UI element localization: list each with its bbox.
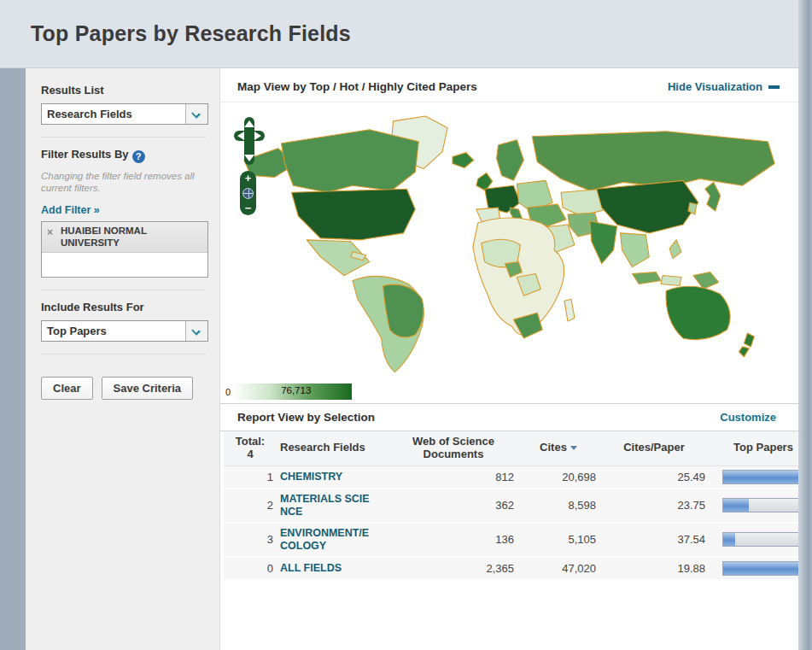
include-results-value: Top Papers bbox=[42, 321, 185, 341]
total-header: Total: 4 bbox=[224, 431, 277, 466]
research-field-link[interactable]: ALL FIELDS bbox=[280, 562, 376, 575]
page-title: Top Papers by Research Fields bbox=[31, 21, 351, 46]
legend-min-value: 0 bbox=[225, 387, 231, 397]
help-icon[interactable]: ? bbox=[132, 150, 145, 163]
row-field: ENVIRONMENT/ECOLOGY bbox=[277, 523, 389, 557]
report-table-header-row: Total: 4 Research Fields Web of Science … bbox=[224, 431, 812, 466]
zoom-in-icon[interactable]: + bbox=[245, 173, 252, 184]
filter-chip-label: HUAIBEI NORMAL UNIVERSITY bbox=[61, 225, 147, 248]
globe-reset-icon[interactable] bbox=[242, 188, 254, 199]
map-view-title: Map View by Top / Hot / Highly Cited Pap… bbox=[237, 80, 477, 93]
cites-per-paper-header: Cites/Paper bbox=[599, 431, 709, 466]
research-field-link[interactable]: MATERIALS SCIENCE bbox=[280, 493, 376, 518]
clear-button[interactable]: Clear bbox=[41, 377, 93, 400]
sidebar-buttons: Clear Save Criteria bbox=[41, 365, 206, 400]
filter-section: Filter Results By? Changing the filter f… bbox=[41, 148, 206, 290]
row-rank: 2 bbox=[224, 489, 277, 523]
cites-sort-header[interactable]: Cites bbox=[517, 431, 599, 466]
map-area: + − 0 76,713 bbox=[220, 102, 798, 403]
row-cites-per-paper: 37.54 bbox=[599, 523, 709, 557]
row-docs: 136 bbox=[389, 523, 517, 557]
map-view-header: Map View by Top / Hot / Highly Cited Pap… bbox=[220, 68, 798, 102]
page-header: Top Papers by Research Fields bbox=[0, 0, 812, 68]
include-results-dropdown[interactable]: Top Papers bbox=[41, 320, 208, 342]
results-list-section: Results List Research Fields bbox=[41, 84, 206, 138]
chevron-down-icon[interactable] bbox=[185, 104, 207, 124]
row-rank: 0 bbox=[224, 557, 277, 580]
filter-label-text: Filter Results By bbox=[41, 148, 129, 161]
filter-chip: × HUAIBEI NORMAL UNIVERSITY bbox=[42, 222, 207, 254]
include-results-section: Include Results For Top Papers bbox=[41, 301, 206, 354]
chevron-down-icon[interactable] bbox=[185, 321, 207, 341]
top-papers-bar-fill bbox=[723, 533, 735, 546]
row-cites: 47,020 bbox=[517, 557, 599, 580]
report-table: Total: 4 Research Fields Web of Science … bbox=[224, 431, 812, 581]
row-cites-per-paper: 25.49 bbox=[599, 466, 709, 489]
row-cites: 5,105 bbox=[517, 523, 599, 557]
row-top-papers: 52 bbox=[709, 557, 812, 580]
row-cites: 20,698 bbox=[517, 466, 599, 489]
legend-gradient-bar: 76,713 bbox=[234, 384, 352, 400]
row-rank: 1 bbox=[224, 466, 277, 489]
row-top-papers: 7 bbox=[709, 489, 812, 523]
row-top-papers: 3 bbox=[709, 523, 812, 557]
map-pan-control[interactable] bbox=[232, 116, 266, 166]
top-papers-bar-fill bbox=[723, 499, 749, 512]
table-row: 0ALL FIELDS2,36547,02019.8852 bbox=[224, 557, 812, 580]
map-zoom-control[interactable]: + − bbox=[240, 171, 256, 215]
row-cites-per-paper: 19.88 bbox=[599, 557, 709, 580]
wos-documents-header: Web of Science Documents bbox=[389, 431, 517, 466]
row-docs: 362 bbox=[389, 489, 517, 523]
top-papers-header: Top Papers bbox=[709, 431, 812, 466]
row-field: ALL FIELDS bbox=[277, 557, 389, 580]
hide-visualization-label: Hide Visualization bbox=[668, 80, 762, 93]
results-list-value: Research Fields bbox=[42, 104, 185, 124]
table-row: 1CHEMISTRY81220,69825.4924 bbox=[224, 466, 812, 489]
row-rank: 3 bbox=[224, 523, 277, 557]
row-cites: 8,598 bbox=[517, 489, 599, 523]
row-top-papers: 24 bbox=[709, 466, 812, 489]
hide-visualization-link[interactable]: Hide Visualization bbox=[668, 80, 780, 93]
sort-caret-icon bbox=[570, 446, 577, 450]
filter-note: Changing the filter field removes all cu… bbox=[41, 170, 203, 195]
page: Top Papers by Research Fields Results Li… bbox=[0, 0, 812, 650]
cites-header-label: Cites bbox=[540, 441, 567, 454]
row-field: MATERIALS SCIENCE bbox=[277, 489, 389, 523]
table-row: 3ENVIRONMENT/ECOLOGY1365,10537.543 bbox=[224, 523, 812, 557]
customize-link[interactable]: Customize bbox=[720, 411, 776, 424]
report-view-title: Report View by Selection bbox=[237, 411, 375, 424]
remove-filter-icon[interactable]: × bbox=[47, 226, 53, 238]
research-field-link[interactable]: CHEMISTRY bbox=[280, 471, 376, 483]
row-cites-per-paper: 23.75 bbox=[599, 489, 709, 523]
row-docs: 2,365 bbox=[389, 557, 517, 580]
legend-max-value: 76,713 bbox=[281, 385, 311, 395]
content: Results List Research Fields Filter Resu… bbox=[26, 68, 798, 650]
collapse-minus-icon bbox=[768, 85, 780, 89]
map-legend: 0 76,713 bbox=[225, 384, 352, 400]
zoom-out-icon[interactable]: − bbox=[245, 202, 252, 214]
filter-label: Filter Results By? bbox=[41, 148, 206, 163]
add-filter-link[interactable]: Add Filter » bbox=[41, 204, 100, 216]
report-view-header: Report View by Selection Customize bbox=[220, 403, 798, 431]
results-list-dropdown[interactable]: Research Fields bbox=[41, 103, 208, 125]
row-docs: 812 bbox=[389, 466, 517, 489]
total-count: 4 bbox=[227, 448, 273, 461]
sidebar: Results List Research Fields Filter Resu… bbox=[26, 68, 220, 650]
total-label: Total: bbox=[227, 436, 273, 448]
row-field: CHEMISTRY bbox=[277, 466, 389, 489]
table-row: 2MATERIALS SCIENCE3628,59823.757 bbox=[224, 489, 812, 523]
results-list-label: Results List bbox=[41, 84, 206, 97]
include-results-label: Include Results For bbox=[41, 301, 206, 313]
filter-box: × HUAIBEI NORMAL UNIVERSITY bbox=[41, 221, 208, 278]
page-scrollbar[interactable] bbox=[798, 0, 812, 650]
main-panel: Map View by Top / Hot / Highly Cited Pap… bbox=[220, 68, 798, 650]
save-criteria-button[interactable]: Save Criteria bbox=[102, 377, 194, 400]
map-controls: + − bbox=[232, 116, 270, 215]
research-fields-header: Research Fields bbox=[277, 431, 389, 466]
research-field-link[interactable]: ENVIRONMENT/ECOLOGY bbox=[280, 527, 376, 553]
report-table-body: 1CHEMISTRY81220,69825.49242MATERIALS SCI… bbox=[224, 466, 812, 580]
world-choropleth-map[interactable] bbox=[225, 108, 793, 378]
